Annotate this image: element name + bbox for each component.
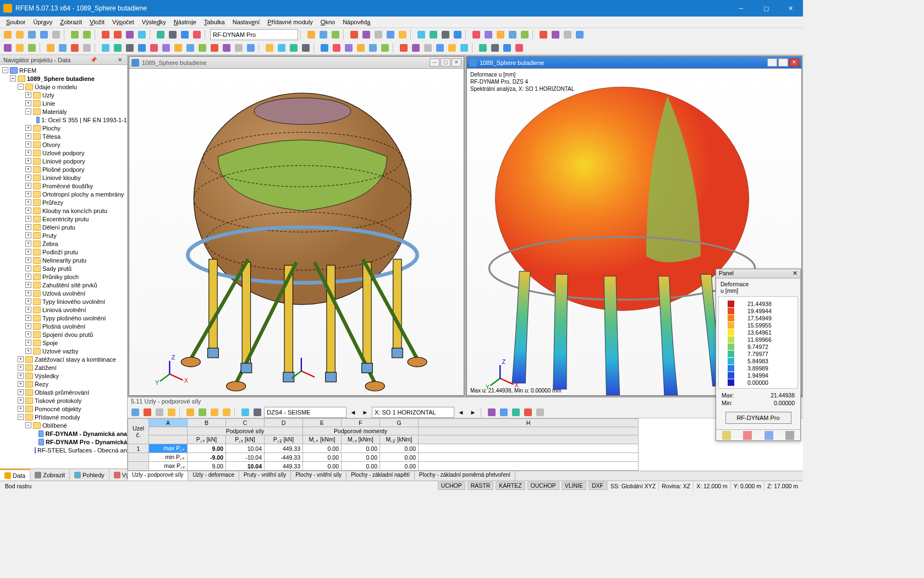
maximize-button[interactable]: ▢ — [754, 0, 778, 17]
combo-loadcase[interactable]: DZS4 - SEISME — [264, 407, 346, 418]
nav-tab-data[interactable]: Data — [0, 469, 30, 481]
tree-node[interactable]: +Dělení prutu — [0, 223, 127, 231]
gt-e[interactable] — [185, 407, 196, 418]
tree-node[interactable]: +Uzlové podpory — [0, 149, 127, 157]
tb2-ah[interactable] — [435, 42, 446, 53]
tb2-aj[interactable] — [459, 42, 470, 53]
pf-ico-3[interactable] — [765, 431, 773, 440]
menu-nastaveni[interactable]: Nastavení — [229, 18, 264, 26]
tb2-k[interactable] — [136, 42, 147, 53]
tb2-b[interactable] — [14, 42, 25, 53]
navigator-close-icon[interactable]: ✕ — [116, 57, 124, 63]
gt-m[interactable] — [522, 407, 534, 418]
tb-g[interactable] — [179, 29, 190, 40]
status-toggle-kartez[interactable]: KARTEZ — [496, 482, 525, 490]
tree-node[interactable]: +Zahuštění sítě prvků — [0, 281, 127, 289]
tree-node[interactable]: +Plochy — [0, 124, 127, 132]
tb2-am[interactable] — [502, 42, 513, 53]
tree-node[interactable]: +Uzlové vazby — [0, 347, 127, 355]
tb2-an[interactable] — [514, 42, 525, 53]
nav-tab-zobrazit[interactable]: Zobrazit — [30, 469, 70, 481]
tb2-ab[interactable] — [355, 42, 366, 53]
tb2-c[interactable] — [26, 42, 37, 53]
view1-minimize[interactable]: ─ — [430, 58, 439, 67]
tb2-y[interactable] — [319, 42, 330, 53]
nav-prev2[interactable]: ◄ — [455, 407, 466, 418]
tb2-r[interactable] — [221, 42, 232, 53]
tree-node[interactable]: −Přídavné moduly — [0, 413, 127, 421]
tb-new[interactable] — [2, 29, 13, 40]
minimize-button[interactable]: ─ — [729, 0, 754, 17]
tb2-p[interactable] — [197, 42, 208, 53]
tb-z[interactable] — [538, 29, 549, 40]
grid-tab[interactable]: Plochy - základní napětí — [346, 471, 415, 481]
tree-node[interactable]: +Liniové podpory — [0, 157, 127, 165]
menu-zobrazit[interactable]: Zobrazit — [56, 18, 86, 26]
view2-close[interactable]: ✕ — [789, 58, 799, 67]
tree-node[interactable]: +Spoje — [0, 339, 127, 347]
gt-g[interactable] — [209, 407, 220, 418]
status-toggle-ouchop[interactable]: OUCHOP — [527, 482, 559, 490]
tb2-t[interactable] — [245, 42, 256, 53]
tree-node[interactable]: −Materiály — [0, 107, 127, 116]
legend-panel[interactable]: Panel ✕ Deformace u [mm] 21.4493819.4994… — [716, 269, 801, 441]
tree-node[interactable]: +Uzlová uvolnění — [0, 289, 127, 297]
tb-t[interactable] — [452, 29, 463, 40]
tb2-ad[interactable] — [380, 42, 391, 53]
tb2-e[interactable] — [57, 42, 68, 53]
tb-h[interactable] — [191, 29, 202, 40]
module-selector[interactable]: RF-DYNAM Pro — [210, 29, 298, 40]
tb-s[interactable] — [440, 29, 451, 40]
menu-soubor[interactable]: Soubor — [2, 18, 29, 26]
tree-node[interactable]: +Pruty — [0, 231, 127, 239]
tb2-m[interactable] — [161, 42, 172, 53]
tree-node[interactable]: −1089_Sphere butadiene — [0, 74, 127, 83]
pf-ico-4[interactable] — [785, 431, 794, 440]
tb2-w[interactable] — [288, 42, 299, 53]
grid-tab[interactable]: Pruty - vnitřní síly — [239, 471, 291, 481]
tb2-al[interactable] — [490, 42, 501, 53]
tb-p[interactable] — [397, 29, 408, 40]
menu-vysledky[interactable]: Výsledky — [138, 18, 170, 26]
tree-node[interactable]: +Liniové klouby — [0, 173, 127, 182]
tree-node[interactable]: +Liniová uvolnění — [0, 306, 127, 314]
menu-okno[interactable]: Okno — [317, 18, 339, 26]
close-button[interactable]: ✕ — [778, 0, 803, 17]
tb2-ae[interactable] — [398, 42, 409, 53]
tb2-o[interactable] — [185, 42, 196, 53]
tree-node[interactable]: +Uzly — [0, 91, 127, 99]
gt-h[interactable] — [221, 407, 232, 418]
tb-aa[interactable] — [550, 29, 561, 40]
tb2-ac[interactable] — [367, 42, 378, 53]
tb-w[interactable] — [495, 29, 506, 40]
status-toggle-vlinie[interactable]: VLINIE — [562, 482, 586, 490]
tree-node[interactable]: +Řezy — [0, 380, 127, 388]
status-toggle-rastr[interactable]: RASTR — [468, 482, 494, 490]
tb-o[interactable] — [385, 29, 396, 40]
tb2-h[interactable] — [100, 42, 111, 53]
tb-save[interactable] — [26, 29, 37, 40]
gt-d[interactable] — [166, 407, 177, 418]
view1-maximize[interactable]: ▢ — [441, 58, 450, 67]
tb-d[interactable] — [136, 29, 147, 40]
tb2-ak[interactable] — [477, 42, 488, 53]
menu-napoveda[interactable]: Nápověda — [339, 18, 374, 26]
tree-node[interactable]: +Zatěžovací stavy a kombinace — [0, 355, 127, 363]
gt-l[interactable] — [498, 407, 509, 418]
pf-ico-1[interactable] — [722, 431, 731, 440]
menu-vlozit[interactable]: Vložit — [86, 18, 108, 26]
tb-c[interactable] — [124, 29, 135, 40]
tb-j[interactable] — [318, 29, 329, 40]
tb-ac[interactable] — [574, 29, 585, 40]
tb2-ai[interactable] — [447, 42, 458, 53]
tb2-f[interactable] — [69, 42, 80, 53]
nav-next2[interactable]: ► — [468, 407, 479, 418]
tb-e[interactable] — [155, 29, 166, 40]
tree-node[interactable]: +Pomocné objekty — [0, 405, 127, 413]
tb-a[interactable] — [100, 29, 111, 40]
tb-print[interactable] — [51, 29, 62, 40]
tb-m[interactable] — [361, 29, 372, 40]
tree-node[interactable]: RF-DYNAM Pro - Dynamická — [0, 438, 127, 446]
tb-i[interactable] — [306, 29, 317, 40]
tree-node[interactable]: +Typy liniového uvolnění — [0, 297, 127, 306]
